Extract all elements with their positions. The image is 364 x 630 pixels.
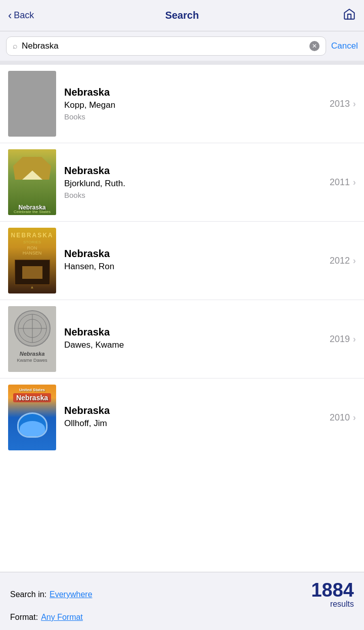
result-title: Nebraska — [64, 87, 326, 98]
result-meta: 2013 › — [326, 99, 356, 109]
chevron-right-icon: › — [353, 412, 356, 423]
chevron-right-icon: › — [353, 99, 356, 109]
result-info: Nebraska Ollhoff, Jim — [64, 397, 326, 438]
chevron-right-icon: › — [353, 334, 356, 345]
book-cover: Nebraska Kwame Dawes — [8, 306, 56, 372]
result-author: Ollhoff, Jim — [64, 418, 326, 429]
results-count: 1884 — [311, 580, 354, 600]
format-row: Format: Any Format — [10, 613, 354, 622]
result-type: Books — [64, 112, 326, 121]
home-icon[interactable] — [343, 8, 356, 24]
result-author: Hansen, Ron — [64, 262, 326, 272]
bottom-bar: Search in: Everywhere 1884 results Forma… — [0, 572, 364, 630]
list-item[interactable]: United States Nebraska Nebraska Ollhoff,… — [0, 379, 364, 456]
nav-bar: ‹ Back Search — [0, 0, 364, 31]
search-input[interactable] — [22, 41, 305, 51]
result-year: 2010 — [330, 412, 350, 423]
list-item[interactable]: NEBRASKA STORIES RONHANSEN ▲ Nebraska Ha… — [0, 222, 364, 300]
result-title: Nebraska — [64, 248, 326, 260]
result-meta: 2012 › — [326, 256, 356, 266]
result-info: Nebraska Dawes, Kwame — [64, 319, 326, 359]
result-info: Nebraska Hansen, Ron — [64, 240, 326, 281]
search-in-value[interactable]: Everywhere — [50, 590, 92, 599]
chevron-right-icon: › — [353, 256, 356, 266]
result-meta: 2011 › — [326, 177, 356, 188]
list-item[interactable]: Nebraska Kwame Dawes Nebraska Dawes, Kwa… — [0, 300, 364, 379]
book-cover: Nebraska Celebrate the States — [8, 149, 56, 215]
separator — [0, 61, 364, 65]
result-author: Kopp, Megan — [64, 100, 326, 110]
clear-search-button[interactable]: ✕ — [309, 41, 320, 51]
cancel-button[interactable]: Cancel — [331, 41, 358, 51]
result-year: 2019 — [330, 334, 350, 345]
back-label: Back — [14, 10, 34, 21]
results-label: results — [330, 600, 354, 609]
search-in-container: Search in: Everywhere — [10, 590, 93, 599]
book-cover: NEBRASKA STORIES RONHANSEN ▲ — [8, 228, 56, 293]
list-item[interactable]: Nebraska Kopp, Megan Books 2013 › — [0, 65, 364, 143]
result-year: 2012 — [330, 256, 350, 266]
result-author: Dawes, Kwame — [64, 340, 326, 350]
result-author: Bjorklund, Ruth. — [64, 179, 326, 189]
search-in-label: Search in: — [10, 590, 47, 599]
back-button[interactable]: ‹ Back — [8, 9, 34, 22]
back-chevron-icon: ‹ — [8, 9, 12, 22]
result-type: Books — [64, 191, 326, 199]
results-list: Nebraska Kopp, Megan Books 2013 › Nebras… — [0, 65, 364, 456]
format-value[interactable]: Any Format — [41, 613, 83, 622]
chevron-right-icon: › — [353, 177, 356, 188]
format-label: Format: — [10, 613, 38, 622]
search-bar-container: ⌕ ✕ Cancel — [0, 31, 364, 61]
result-info: Nebraska Kopp, Megan Books — [64, 83, 326, 124]
book-cover — [8, 71, 56, 137]
result-info: Nebraska Bjorklund, Ruth. Books — [64, 162, 326, 202]
page-title: Search — [165, 10, 199, 21]
search-icon: ⌕ — [13, 41, 18, 51]
result-title: Nebraska — [64, 165, 326, 177]
book-cover: United States Nebraska — [8, 385, 56, 450]
result-title: Nebraska — [64, 405, 326, 416]
list-item[interactable]: Nebraska Celebrate the States Nebraska B… — [0, 143, 364, 222]
format-container: Format: Any Format — [10, 613, 83, 622]
result-year: 2013 — [330, 99, 350, 109]
result-title: Nebraska — [64, 326, 326, 338]
result-meta: 2019 › — [326, 334, 356, 345]
search-in-row: Search in: Everywhere 1884 results — [10, 580, 354, 609]
search-input-wrapper: ⌕ ✕ — [6, 36, 326, 56]
results-count-container: 1884 results — [311, 580, 354, 609]
result-meta: 2010 › — [326, 412, 356, 423]
result-year: 2011 — [330, 177, 350, 188]
